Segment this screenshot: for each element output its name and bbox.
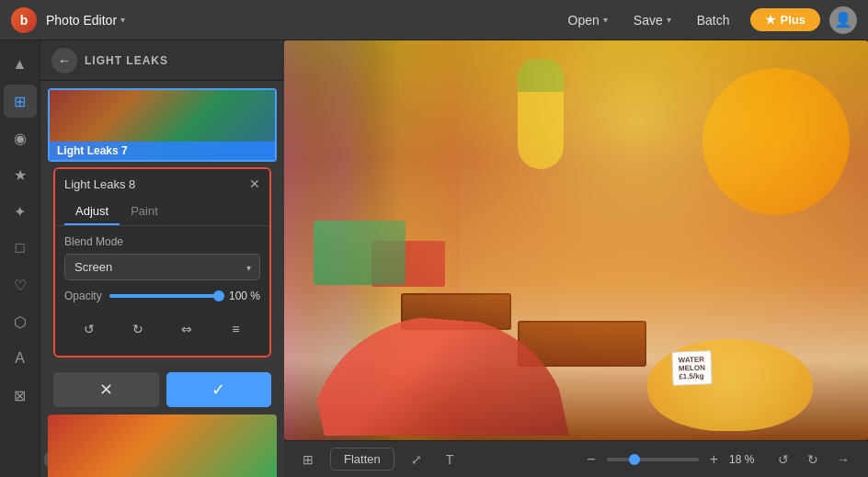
layer-close-button[interactable]: ✕ xyxy=(249,176,260,191)
zoom-value: 18 % xyxy=(729,453,761,466)
app-title-button[interactable]: Photo Editor ▾ xyxy=(46,13,125,28)
fruit-scene: WATER MELON £1.5/kg xyxy=(284,40,868,440)
layers-button[interactable]: ⊞ xyxy=(295,449,321,471)
save-chevron-icon: ▾ xyxy=(667,15,671,25)
title-chevron-icon: ▾ xyxy=(120,15,125,25)
open-chevron-icon: ▾ xyxy=(603,15,608,25)
tab-paint[interactable]: Paint xyxy=(120,199,169,225)
light-leak-overlay xyxy=(284,40,868,440)
zoom-slider[interactable] xyxy=(607,458,699,461)
opacity-thumb xyxy=(213,290,224,301)
zoom-in-button[interactable]: + xyxy=(704,449,724,470)
global-undo-button[interactable]: ↺ xyxy=(771,449,796,471)
batch-button[interactable]: Batch xyxy=(686,8,741,32)
thumbnail-label: Light Leaks 7 xyxy=(50,142,275,160)
opacity-slider[interactable] xyxy=(109,294,221,298)
app-logo[interactable]: b xyxy=(11,7,37,33)
undo-button[interactable]: ↺ xyxy=(75,315,103,343)
opacity-value: 100 % xyxy=(228,290,260,302)
panel-header: ← LIGHT LEAKS xyxy=(40,40,284,81)
zoom-controls: − + 18 % xyxy=(581,449,761,470)
sidebar-item-frame[interactable]: □ xyxy=(4,232,37,265)
layer-edit-box: Light Leaks 8 ✕ Adjust Paint Blend Mode … xyxy=(53,167,271,358)
sidebar-item-text[interactable]: A xyxy=(4,342,37,375)
layers-icon: ⊞ xyxy=(303,452,314,467)
layer-tabs: Adjust Paint xyxy=(55,199,269,226)
blend-mode-select[interactable]: Screen Normal Multiply Overlay xyxy=(64,254,260,280)
opacity-label: Opacity xyxy=(64,290,102,302)
thumbnail-selected[interactable]: Light Leaks 7 xyxy=(48,88,277,162)
plus-star-icon: ★ xyxy=(765,13,776,27)
sidebar-item-adjust[interactable]: ⊞ xyxy=(4,85,37,118)
flatten-button[interactable]: Flatten xyxy=(330,448,394,471)
undo-redo-controls: ↺ ↻ → xyxy=(771,449,857,471)
expand-button[interactable]: ⤢ xyxy=(404,449,429,471)
panel-title: LIGHT LEAKS xyxy=(85,54,168,67)
thumbnail-light-leaks-9[interactable]: Light Leaks 9 xyxy=(48,415,277,477)
text-overlay-button[interactable]: T xyxy=(439,449,462,471)
flip-button[interactable]: ⇔ xyxy=(173,315,200,343)
sidebar-item-heart[interactable]: ♡ xyxy=(4,268,37,301)
canvas-area: WATER MELON £1.5/kg ⊞ Flatten ⤢ T − xyxy=(284,40,868,477)
main-area: ▲ ⊞ ◉ ★ ✦ □ ♡ ⬡ A ⊠ ? ← LIGHT LEAKS Ligh… xyxy=(0,40,868,477)
sidebar-item-grid[interactable]: ⊠ xyxy=(4,379,37,412)
sidebar-item-shape[interactable]: ⬡ xyxy=(4,305,37,338)
topbar-nav: Open ▾ Save ▾ Batch xyxy=(557,8,741,32)
left-panel: ← LIGHT LEAKS Light Leaks 7 Light Leaks … xyxy=(40,40,284,477)
panel-back-button[interactable]: ← xyxy=(51,48,77,74)
layer-controls: Blend Mode Screen Normal Multiply Overla… xyxy=(55,226,269,356)
plus-button[interactable]: ★ Plus xyxy=(750,8,820,31)
settings-button[interactable]: ≡ xyxy=(222,315,249,343)
action-row: ↺ ↻ ⇔ ≡ xyxy=(64,312,260,346)
avatar[interactable]: 👤 xyxy=(829,6,857,34)
zoom-thumb xyxy=(629,454,640,465)
layer-edit-header: Light Leaks 8 ✕ xyxy=(55,169,269,199)
confirm-button[interactable]: ✓ xyxy=(166,372,272,407)
forward-button[interactable]: → xyxy=(829,449,857,471)
topbar: b Photo Editor ▾ Open ▾ Save ▾ Batch ★ P… xyxy=(0,0,868,40)
sidebar-item-crop[interactable]: ▲ xyxy=(4,48,37,81)
text-icon: T xyxy=(446,452,454,467)
layer-name-label: Light Leaks 8 xyxy=(64,177,135,191)
thumbnail-area[interactable]: Light Leaks 7 Light Leaks 8 ✕ Adjust Pai… xyxy=(40,81,284,477)
sidebar-item-star[interactable]: ★ xyxy=(4,158,37,191)
expand-icon: ⤢ xyxy=(411,452,422,467)
sidebar-item-effects[interactable]: ✦ xyxy=(4,195,37,228)
bottom-bar: ⊞ Flatten ⤢ T − + 18 % ↺ ↻ → xyxy=(284,440,868,477)
confirm-row: ✕ ✓ xyxy=(48,365,277,415)
zoom-out-button[interactable]: − xyxy=(581,449,600,470)
thumbnail-image-9 xyxy=(48,415,277,477)
icon-sidebar: ▲ ⊞ ◉ ★ ✦ □ ♡ ⬡ A ⊠ ? xyxy=(0,40,40,477)
redo-button[interactable]: ↻ xyxy=(124,315,152,343)
tab-adjust[interactable]: Adjust xyxy=(64,199,120,225)
open-button[interactable]: Open ▾ xyxy=(557,8,619,32)
canvas-image: WATER MELON £1.5/kg xyxy=(284,40,868,440)
global-redo-button[interactable]: ↻ xyxy=(800,449,826,471)
opacity-row: Opacity 100 % xyxy=(64,290,260,302)
blend-mode-select-wrapper[interactable]: Screen Normal Multiply Overlay ▾ xyxy=(64,254,260,280)
canvas-viewport[interactable]: WATER MELON £1.5/kg xyxy=(284,40,868,440)
blend-mode-label: Blend Mode xyxy=(64,235,260,248)
save-button[interactable]: Save ▾ xyxy=(622,8,682,32)
cancel-button[interactable]: ✕ xyxy=(53,372,159,407)
sidebar-item-filter[interactable]: ◉ xyxy=(4,121,37,154)
